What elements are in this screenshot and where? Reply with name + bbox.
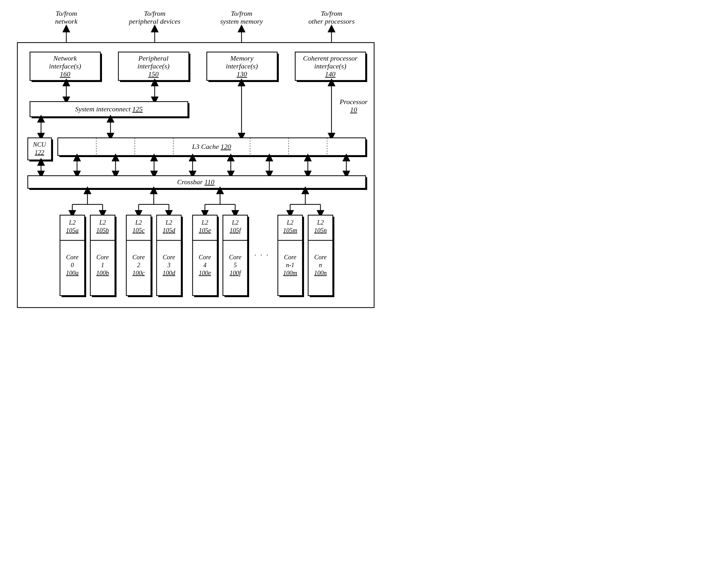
svg-text:100e: 100e xyxy=(199,269,211,276)
svg-text:Core: Core xyxy=(132,254,145,260)
core-column-3: L2105dCore3100d xyxy=(157,215,183,297)
svg-text:interface(s): interface(s) xyxy=(226,62,258,70)
svg-text:L2: L2 xyxy=(286,219,293,226)
svg-text:100m: 100m xyxy=(283,269,297,276)
svg-text:n-1: n-1 xyxy=(286,261,295,269)
svg-text:105n: 105n xyxy=(314,227,327,234)
svg-text:105d: 105d xyxy=(163,227,176,234)
svg-text:160: 160 xyxy=(60,70,71,78)
svg-text:interface(s): interface(s) xyxy=(314,62,346,70)
external-peripheral-label: To/from peripheral devices xyxy=(128,9,180,25)
svg-text:105e: 105e xyxy=(199,227,211,234)
svg-text:100d: 100d xyxy=(163,269,176,276)
svg-text:network: network xyxy=(55,17,78,25)
svg-text:130: 130 xyxy=(237,70,247,78)
svg-text:5: 5 xyxy=(234,261,237,269)
svg-text:NCU: NCU xyxy=(33,141,46,148)
svg-text:Core: Core xyxy=(199,254,211,260)
svg-text:System interconnect 125: System interconnect 125 xyxy=(75,105,143,113)
processor-ref: 10 xyxy=(350,106,357,113)
external-processors-label: To/from other processors xyxy=(308,9,355,25)
svg-text:100a: 100a xyxy=(66,269,79,276)
svg-text:Core: Core xyxy=(284,254,296,260)
ellipsis: . . . xyxy=(255,249,269,257)
svg-text:100c: 100c xyxy=(133,269,145,276)
system-interconnect-box: System interconnect 125 xyxy=(30,102,189,118)
svg-text:L2: L2 xyxy=(317,219,324,226)
external-network-label: To/from network xyxy=(55,9,78,25)
svg-text:100f: 100f xyxy=(229,269,242,277)
svg-text:105a: 105a xyxy=(66,227,79,234)
core-column-5: L2105fCore5100f xyxy=(223,215,249,297)
svg-text:Memory: Memory xyxy=(230,54,254,62)
l3-cache-box: L3 Cache 120 xyxy=(58,138,367,157)
svg-text:L2: L2 xyxy=(165,219,172,226)
svg-text:To/from: To/from xyxy=(231,9,252,17)
core-column-6: L2105mCoren-1100m xyxy=(278,215,304,297)
svg-text:105b: 105b xyxy=(96,227,109,234)
svg-text:2: 2 xyxy=(137,261,140,269)
svg-text:other processors: other processors xyxy=(308,17,355,25)
svg-text:To/from: To/from xyxy=(144,9,165,17)
svg-text:L2: L2 xyxy=(135,219,142,226)
processor-label: Processor xyxy=(339,98,368,106)
svg-text:L2: L2 xyxy=(232,219,238,226)
peripheral-interface-box: Peripheral interface(s) 150 xyxy=(118,52,190,82)
network-interface-box: Network interface(s) 160 xyxy=(30,52,102,82)
svg-text:100n: 100n xyxy=(314,269,327,276)
svg-text:Crossbar 110: Crossbar 110 xyxy=(177,178,214,186)
svg-text:1: 1 xyxy=(101,261,104,269)
svg-text:peripheral devices: peripheral devices xyxy=(128,17,180,25)
svg-text:To/from: To/from xyxy=(56,9,77,17)
svg-text:Core: Core xyxy=(229,254,241,260)
svg-text:4: 4 xyxy=(203,261,206,269)
svg-text:Core: Core xyxy=(163,254,175,260)
svg-text:105m: 105m xyxy=(283,227,297,234)
svg-text:122: 122 xyxy=(35,149,44,156)
svg-text:L2: L2 xyxy=(99,219,106,226)
svg-text:140: 140 xyxy=(325,70,336,78)
svg-text:To/from: To/from xyxy=(321,9,342,17)
svg-text:Core: Core xyxy=(314,254,326,260)
svg-text:0: 0 xyxy=(71,261,74,269)
svg-text:105c: 105c xyxy=(133,227,145,234)
svg-text:Peripheral: Peripheral xyxy=(138,54,168,62)
svg-text:150: 150 xyxy=(148,70,159,78)
svg-text:interface(s): interface(s) xyxy=(137,62,169,70)
svg-text:system memory: system memory xyxy=(220,17,263,25)
svg-text:interface(s): interface(s) xyxy=(49,62,81,70)
svg-text:Core: Core xyxy=(96,254,108,260)
core-column-7: L2105nCoren100n xyxy=(308,215,334,297)
coherent-interface-box: Coherent processor interface(s) 140 xyxy=(295,52,367,82)
svg-text:105f: 105f xyxy=(229,227,242,234)
svg-text:Coherent processor: Coherent processor xyxy=(303,54,358,62)
core-column-2: L2105cCore2100c xyxy=(126,215,153,297)
svg-text:L2: L2 xyxy=(68,219,76,226)
memory-interface-box: Memory interface(s) 130 xyxy=(207,52,279,82)
core-column-0: L2105aCore0100a xyxy=(60,215,86,297)
svg-text:Network: Network xyxy=(53,54,77,62)
svg-text:L2: L2 xyxy=(201,219,208,226)
external-memory-label: To/from system memory xyxy=(220,9,263,25)
svg-text:100b: 100b xyxy=(96,269,109,276)
core-column-1: L2105bCore1100b xyxy=(90,215,117,297)
svg-text:L3 Cache 120: L3 Cache 120 xyxy=(192,143,231,150)
crossbar-box: Crossbar 110 xyxy=(28,176,367,190)
svg-text:3: 3 xyxy=(167,261,170,269)
ncu-box: NCU 122 xyxy=(28,138,53,162)
svg-text:n: n xyxy=(319,261,322,269)
core-column-4: L2105eCore4100e xyxy=(193,215,219,297)
svg-text:Core: Core xyxy=(66,254,78,260)
